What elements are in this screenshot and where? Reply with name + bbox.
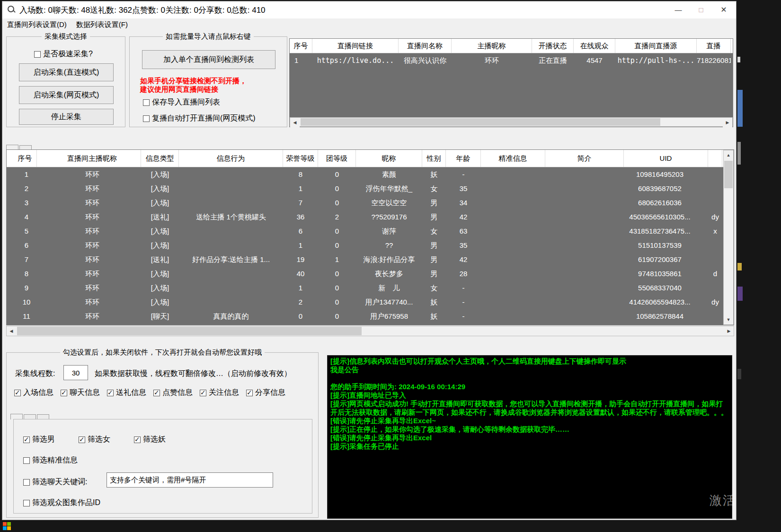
table-row[interactable]: 1 环环 [入场] 8 0 素颜 妖 - 109816495203 bbox=[7, 167, 734, 182]
gallery-filter-checkbox[interactable]: 筛选观众图集作品ID bbox=[23, 498, 100, 508]
cell: 36 bbox=[283, 210, 318, 224]
cell: 用户675958 bbox=[356, 309, 422, 323]
thread-count-hint: 如果数据获取慢，线程数可翻倍修改…（启动前修改有效） bbox=[95, 369, 292, 379]
cell: - bbox=[446, 309, 481, 323]
cell bbox=[481, 295, 545, 309]
table-row[interactable]: 11 环环 [聊天] 真真的真的 0 0 用户675958 妖 - 105862… bbox=[7, 309, 734, 323]
checkbox[interactable]: 保存导入直播间列表 bbox=[143, 97, 256, 107]
table-row[interactable]: 5 环环 [入场] 6 0 谢萍 女 63 43185182736475... … bbox=[7, 224, 734, 238]
scroll-thumb[interactable] bbox=[724, 161, 733, 188]
cell: 8 bbox=[283, 167, 318, 182]
checkbox-box bbox=[134, 436, 141, 443]
checkbox[interactable]: 分享信息 bbox=[246, 388, 285, 398]
thread-count-input[interactable] bbox=[63, 365, 88, 380]
rooms-table-row[interactable]: 1 https://live.do... 很高兴认识你 环环 正在直播 4547… bbox=[290, 53, 733, 68]
col-header[interactable]: 性别 bbox=[422, 150, 446, 167]
col-header[interactable]: 直播间直播源 bbox=[615, 39, 697, 53]
table-row[interactable]: 6 环环 [入场] 1 0 ?? 男 35 51510137539 bbox=[7, 238, 734, 253]
checkbox-label: 筛选观众图集作品ID bbox=[32, 498, 100, 508]
add-room-button[interactable]: 加入单个直播间到检测列表 bbox=[142, 50, 275, 69]
checkbox[interactable]: 筛选女 bbox=[79, 435, 110, 445]
menu-item[interactable]: 直播间列表设置(D) bbox=[2, 18, 71, 29]
col-header[interactable]: UID bbox=[624, 150, 708, 167]
cell: 环环 bbox=[37, 210, 141, 224]
col-header[interactable]: 序号 bbox=[7, 150, 37, 167]
cell: 环环 bbox=[37, 167, 141, 182]
fast-collect-checkbox[interactable]: 是否极速采集? bbox=[34, 49, 93, 59]
menu-item[interactable]: 数据列表设置(F) bbox=[71, 18, 133, 29]
table-row[interactable]: 7 环环 [送礼] 好作品分享:送给主播 1... 19 1 海浪:好作品分享 … bbox=[7, 253, 734, 267]
start-web-button[interactable]: 启动采集(网页模式) bbox=[19, 86, 114, 104]
message-type-checkboxes: 入场信息 聊天信息 送礼信息 点赞信息 关注信息 分享信息 bbox=[14, 388, 285, 398]
console-line: [提示]采集任务已停止 bbox=[330, 442, 729, 451]
col-header[interactable]: 信息类型 bbox=[141, 150, 179, 167]
scroll-thumb[interactable] bbox=[17, 327, 362, 335]
col-header[interactable]: 主播昵称 bbox=[452, 39, 532, 53]
table-row[interactable]: 4 环环 [送礼] 送给主播 1个黄桃罐头 36 2 ??5209176 男 4… bbox=[7, 210, 734, 224]
scroll-thumb[interactable] bbox=[301, 118, 660, 126]
cell: [入场] bbox=[141, 167, 179, 182]
col-header[interactable]: 信息行为 bbox=[179, 150, 283, 167]
stop-collect-button[interactable]: 停止采集 bbox=[19, 109, 114, 125]
table-row[interactable]: 9 环环 [入场] 1 0 新 儿 女 - 55068337040 bbox=[7, 281, 734, 295]
col-header[interactable]: 直播间链接 bbox=[312, 39, 399, 53]
windows-logo-icon[interactable] bbox=[3, 522, 11, 530]
cell: 35 bbox=[446, 182, 481, 196]
col-header[interactable]: 在线观众 bbox=[574, 39, 615, 53]
maximize-icon[interactable]: □ bbox=[692, 1, 710, 18]
cell: 环环 bbox=[37, 281, 141, 295]
cell bbox=[545, 309, 624, 323]
checkbox[interactable]: 送礼信息 bbox=[107, 388, 146, 398]
col-header[interactable]: 精准信息 bbox=[481, 150, 545, 167]
col-header[interactable]: 昵称 bbox=[356, 150, 422, 167]
cell: 很高兴认识你 bbox=[399, 53, 452, 68]
cell: 0 bbox=[318, 295, 356, 309]
tab[interactable] bbox=[24, 414, 36, 419]
cell bbox=[179, 267, 283, 281]
cell: 1 bbox=[7, 167, 37, 182]
cell bbox=[179, 224, 283, 238]
table-row[interactable]: 10 环环 [入场] 2 0 用户1347740... 妖 - 41426065… bbox=[7, 295, 734, 309]
checkbox[interactable]: 筛选男 bbox=[23, 435, 55, 445]
scroll-up-icon[interactable]: ▲ bbox=[724, 150, 733, 160]
checkbox[interactable]: 点赞信息 bbox=[153, 388, 193, 398]
minimize-icon[interactable]: — bbox=[669, 1, 688, 18]
col-header[interactable]: 直播 bbox=[697, 39, 731, 53]
checkbox[interactable]: 复播自动打开直播间(网页模式) bbox=[143, 113, 256, 123]
tab[interactable] bbox=[37, 414, 49, 419]
checkbox[interactable]: 筛选妖 bbox=[134, 435, 166, 445]
col-header[interactable]: 直播间名称 bbox=[399, 39, 452, 53]
table-row[interactable]: 3 环环 [入场] 7 0 空空以空空 男 34 68062616036 bbox=[7, 196, 734, 210]
start-direct-button[interactable]: 启动采集(直连模式) bbox=[19, 63, 114, 81]
cell bbox=[708, 167, 722, 182]
scroll-right-icon[interactable]: ▶ bbox=[723, 118, 732, 127]
desktop-fragment bbox=[737, 90, 743, 127]
scroll-down-icon[interactable]: ▼ bbox=[724, 315, 733, 324]
watermark-text: 激活 bbox=[710, 492, 736, 509]
cell: ??5209176 bbox=[356, 210, 422, 224]
table-row[interactable]: 2 环环 [入场] 1 0 浮伤年华默然_ 女 35 60839687052 bbox=[7, 182, 734, 196]
checkbox[interactable]: 聊天信息 bbox=[61, 388, 100, 398]
cell: 0 bbox=[318, 267, 356, 281]
checkbox-label: 复播自动打开直播间(网页模式) bbox=[152, 113, 256, 123]
cell: [入场] bbox=[141, 267, 179, 281]
cell bbox=[179, 238, 283, 253]
col-header[interactable]: 团等级 bbox=[318, 150, 356, 167]
checkbox[interactable]: 入场信息 bbox=[14, 388, 53, 398]
col-header[interactable]: 简介 bbox=[545, 150, 624, 167]
precise-filter-checkbox[interactable]: 筛选精准信息 bbox=[23, 455, 78, 465]
table-row[interactable]: 8 环环 [入场] 40 0 夜长梦多 男 28 97481035861 d bbox=[7, 267, 734, 281]
scroll-left-icon[interactable]: ◀ bbox=[290, 118, 300, 127]
scroll-left-icon[interactable]: ◀ bbox=[7, 326, 16, 336]
cell: 0 bbox=[318, 196, 356, 210]
col-header[interactable]: 年龄 bbox=[446, 150, 481, 167]
checkbox[interactable]: 关注信息 bbox=[200, 388, 239, 398]
col-header[interactable]: 开播状态 bbox=[532, 39, 574, 53]
keyword-input[interactable] bbox=[106, 472, 273, 488]
keyword-filter-checkbox[interactable]: 筛选聊天关键词: bbox=[23, 477, 87, 487]
scroll-right-icon[interactable]: ▶ bbox=[724, 326, 734, 336]
col-header[interactable]: 荣誉等级 bbox=[283, 150, 318, 167]
close-icon[interactable]: ✕ bbox=[714, 1, 733, 18]
col-header[interactable]: 序号 bbox=[290, 39, 312, 53]
col-header[interactable]: 直播间主播昵称 bbox=[37, 150, 141, 167]
